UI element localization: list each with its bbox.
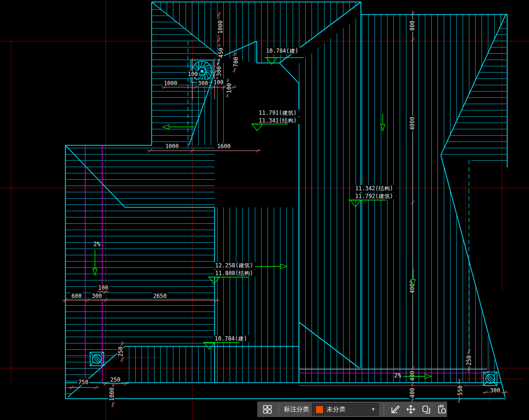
chevron-down-icon: ▼ [371,407,375,412]
paste-icon [436,404,447,415]
roof-hatch-regions [65,2,507,397]
svg-text:1000: 1000 [109,388,115,401]
dimension-label: 750 [78,379,89,386]
dimension-label: 300 [197,80,209,87]
edit-icon [390,404,401,415]
toolbar-divider [384,404,384,415]
dimension-label: 250 [117,346,124,358]
elevation-label: 11.792(建筑) [355,193,393,200]
elevation-label: 11.791(建筑) [259,109,296,116]
svg-text:100: 100 [214,79,224,86]
copy-annotation-button[interactable] [420,403,433,416]
dimension-label: 100 [226,82,233,94]
svg-text:300: 300 [490,387,500,394]
category-dropdown-value: 未分类 [327,405,368,414]
dimension-label: 550 [457,385,464,396]
elevation-label: 11.341(结构) [259,117,296,124]
svg-text:1000: 1000 [164,80,177,87]
grid-icon [262,404,273,415]
svg-text:250: 250 [117,347,124,357]
toolbar-divider [279,404,279,415]
elevation-label: 11.808(结构) [215,270,253,277]
elevation-label: 12.258(建筑) [215,262,253,269]
category-label: 标注分类 [284,405,309,414]
dimension-label: 100 [213,79,224,86]
svg-text:300: 300 [216,66,222,77]
svg-text:700: 700 [233,57,239,67]
dimension-label: 800 [409,20,416,31]
dimension-label: 400 [409,370,416,382]
dimension-label: 450 [218,47,224,59]
move-annotation-button[interactable] [405,403,417,416]
dimension-label: 1000 [164,143,179,150]
dimension-label: 300 [489,387,501,394]
svg-text:100: 100 [98,284,109,291]
svg-text:300: 300 [92,293,102,299]
paste-annotation-button[interactable] [436,403,448,416]
svg-text:550: 550 [457,386,464,396]
dimension-label: 1000 [217,19,224,34]
dimension-label: 600 [71,293,82,299]
svg-text:4000: 4000 [409,117,416,130]
svg-text:800: 800 [409,21,416,31]
elevation-label: 10.784(建) [215,335,247,342]
edit-annotation-button[interactable] [389,403,402,416]
copy-icon [421,404,432,415]
dimension-label: 4000 [409,116,416,131]
elevation-marker: 11.791(建筑)11.341(结构) [251,109,300,131]
category-dropdown[interactable]: 未分类 ▼ [312,403,379,416]
cad-application-window: 1000450700300100100100030010080040004000… [0,0,529,420]
svg-text:400: 400 [409,388,416,398]
svg-text:1000: 1000 [165,143,179,150]
elevation-triangle-icon [252,124,263,131]
dimension-label: 1600 [216,143,231,150]
svg-text:2650: 2650 [153,293,167,299]
roof-drain-symbol [483,372,497,386]
slope-percent-label: 2% [93,241,101,248]
slope-percent-label: 2% [394,372,402,379]
elevation-label: 11.342(结构) [355,185,393,192]
svg-text:250: 250 [110,376,121,383]
svg-text:1600: 1600 [217,143,231,150]
svg-text:250: 250 [466,356,472,366]
dimension-label: 700 [233,56,239,68]
dimension-label: 300 [91,293,103,299]
annotation-toolbar: 标注分类 未分类 ▼ [257,402,447,417]
dimension-label: 400 [409,387,416,399]
svg-text:300: 300 [198,80,208,87]
dimension-label: 100 [187,71,199,78]
svg-text:1000: 1000 [217,20,224,34]
dimension-label: 250 [109,376,121,383]
dimension-label: 250 [466,355,472,366]
category-color-swatch [315,405,324,414]
svg-text:400: 400 [409,371,416,381]
dimension-label: 100 [97,284,109,291]
category-grid-button[interactable] [261,403,274,416]
dimension-label: 1000 [163,80,178,87]
svg-text:600: 600 [72,293,82,299]
svg-text:750: 750 [78,379,89,386]
dimension-label: 1000 [109,387,115,402]
svg-text:100: 100 [226,83,233,93]
roof-drain-symbol [90,352,104,366]
svg-text:450: 450 [218,48,224,58]
svg-text:100: 100 [188,71,198,78]
move-icon [405,404,416,415]
cad-drawing-canvas[interactable]: 1000450700300100100100030010080040004000… [0,0,529,420]
dimension-label: 2650 [152,293,167,299]
elevation-label: 10.784(建) [266,47,298,54]
dimension-label: 300 [216,65,222,77]
